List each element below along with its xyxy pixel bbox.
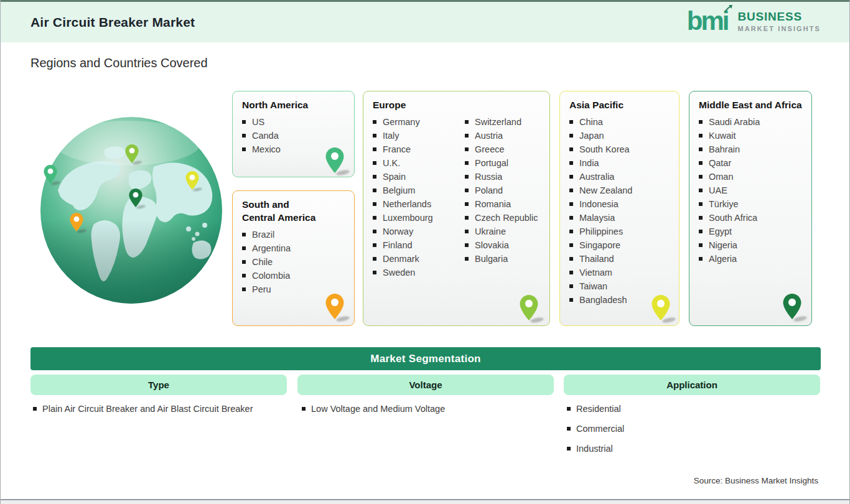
segment-items-voltage: Low Voltage and Medium Voltage [302,402,445,422]
region-card-asia-pacific: Asia Pacific ChinaJapanSouth KoreaIndiaA… [559,91,680,326]
segment-items-application: ResidentialCommercialIndustrial [567,402,624,462]
bullet-square-icon [242,134,246,138]
list-item: Qatar [699,156,811,170]
list-item-label: China [579,117,603,127]
logo-line2: MARKET INSIGHTS [737,25,821,32]
list-item-label: Indonesia [579,199,619,209]
list-item-label: Czech Republic [475,213,538,223]
list-item-label: Norway [383,226,413,236]
list-item-label: South Africa [709,213,757,223]
bullet-square-icon [569,271,573,274]
list-item-label: Denmark [383,254,419,264]
location-pin-icon [325,294,344,319]
list-item: India [569,156,679,170]
globe-pin-north-america-icon [44,165,57,184]
list-item: France [373,142,455,156]
bullet-square-icon [569,147,573,151]
list-item: Saudi Arabia [699,115,811,129]
list-item-label: Residential [576,404,621,414]
list-item-label: Argentina [252,243,291,253]
list-item-label: Canda [252,131,279,141]
bullet-square-icon [373,134,376,138]
bullet-square-icon [699,161,703,165]
list-item: Brazil [242,228,354,241]
list-item-label: Qatar [709,158,731,168]
list-item-label: India [579,158,599,168]
list-item-label: Plain Air Circuit Breaker and Air Blast … [42,404,253,414]
list-item-label: Switzerland [475,117,521,127]
list-item: Singapore [569,238,679,252]
bullet-square-icon [465,230,469,233]
list-item: Chile [242,255,354,269]
list-item-label: Philippines [579,226,623,236]
bottom-strip [1,500,849,504]
bullet-square-icon [699,189,703,192]
list-item-label: Taiwan [579,281,607,291]
bullet-square-icon [465,161,469,165]
source-note: Source: Business Market Insights [694,476,818,485]
globe-pin-asia-pacific-icon [185,171,199,190]
list-item: Industrial [567,442,624,455]
list-item: Slovakia [465,238,538,252]
country-columns: GermanyItalyFranceU.K.SpainBelgiumNether… [363,115,549,279]
segment-header-application: Application [564,375,820,395]
list-item: Romania [465,197,538,211]
list-item: Argentina [242,241,354,255]
list-item-label: Brazil [252,230,274,240]
region-title: South and Central America [242,198,323,224]
list-item: Plain Air Circuit Breaker and Air Blast … [33,402,253,416]
bullet-square-icon [567,427,571,431]
list-item-label: Colombia [252,271,290,281]
bullet-square-icon [569,161,573,165]
section-subtitle: Regions and Countries Covered [30,56,208,70]
bmi-logo: bmi BUSINESS MARKET INSIGHTS [687,8,821,34]
list-item: Finland [373,238,455,252]
list-item-label: Kuwait [709,131,736,141]
list-item: Czech Republic [465,211,538,225]
list-item-label: Algeria [709,254,737,264]
segment-header-type: Type [30,375,287,395]
location-pin-icon [783,294,801,319]
region-title: Middle East and Africa [699,98,803,111]
list-item: New Zealand [569,184,679,197]
bullet-square-icon [699,216,703,220]
country-list: GermanyItalyFranceU.K.SpainBelgiumNether… [363,115,455,279]
list-item-label: Ukraine [475,226,506,236]
list-item-label: Greece [475,144,505,154]
list-item-label: Portugal [475,158,508,168]
list-item-label: Netherlands [383,199,431,209]
country-list: BrazilArgentinaChileColombiaPeru [233,228,354,296]
list-item: South Africa [699,211,811,225]
list-item-label: Low Voltage and Medium Voltage [311,404,445,414]
list-item-label: Saudi Arabia [709,117,760,127]
list-item-label: Egypt [709,226,732,236]
bullet-square-icon [569,230,573,233]
list-item: Kuwait [699,129,811,142]
bullet-square-icon [373,120,376,124]
list-item: US [242,115,354,129]
bullet-square-icon [699,257,703,261]
bullet-square-icon [569,134,573,138]
list-item: Italy [373,129,455,142]
bullet-square-icon [465,134,469,138]
list-item: U.K. [373,156,455,170]
bmi-monogram-icon: bmi [687,8,732,34]
list-item-label: Austria [475,131,503,141]
bullet-square-icon [373,189,376,192]
bullet-square-icon [242,287,246,291]
list-item-label: U.K. [383,158,400,168]
list-item-label: Mexico [252,144,281,154]
list-item-label: Germany [383,117,420,127]
list-item: Switzerland [465,115,538,129]
country-list: ChinaJapanSouth KoreaIndiaAustraliaNew Z… [560,115,679,307]
list-item-label: UAE [709,185,727,195]
list-item-label: France [383,144,411,154]
globe-pin-europe-icon [125,144,139,163]
bullet-square-icon [373,271,376,274]
list-item: Bulgaria [465,252,538,266]
bullet-square-icon [373,216,376,220]
region-card-middle-east-africa: Middle East and Africa Saudi ArabiaKuwai… [689,91,812,326]
list-item: South Korea [569,142,679,156]
bullet-square-icon [699,202,703,206]
list-item-label: Türkiye [709,199,739,209]
